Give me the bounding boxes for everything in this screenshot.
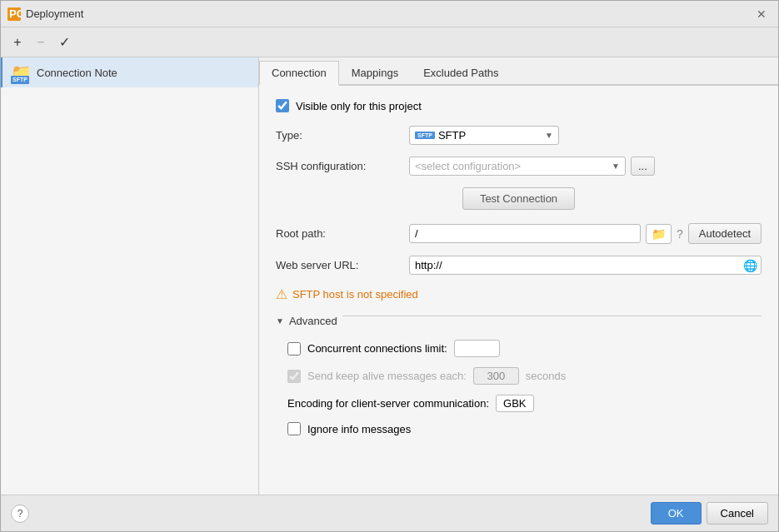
main-toolbar: + − ✓ [1, 27, 778, 57]
concurrent-conn-checkbox[interactable] [287, 342, 301, 355]
bottom-buttons: OK Cancel [651, 502, 768, 525]
web-server-url-input[interactable] [409, 256, 762, 275]
tabs: Connection Mappings Excluded Paths [259, 57, 778, 86]
visible-only-checkbox[interactable] [276, 99, 289, 112]
left-panel: 📁 SFTP Connection Note [1, 57, 259, 495]
server-name: Connection Note [37, 67, 117, 79]
sftp-type-icon: SFTP [415, 132, 435, 139]
bottom-bar: ? OK Cancel [1, 495, 778, 531]
keep-alive-checkbox[interactable] [287, 370, 301, 383]
warning-text: SFTP host is not specified [292, 288, 418, 301]
tab-content-connection: Visible only for this project Type: SFTP… [259, 86, 778, 495]
server-list: 📁 SFTP Connection Note [1, 57, 258, 495]
concurrent-conn-label: Concurrent connections limit: [307, 342, 447, 355]
tab-mappings[interactable]: Mappings [339, 61, 411, 86]
server-icon-wrapper: 📁 SFTP [11, 62, 32, 82]
title-bar-left: PC Deployment [7, 7, 83, 21]
warning-icon: ⚠ [276, 286, 287, 302]
ignore-info-checkbox[interactable] [287, 422, 301, 435]
root-path-folder-button[interactable]: 📁 [646, 224, 672, 244]
web-server-url-label: Web server URL: [276, 259, 409, 271]
type-label: Type: [276, 129, 409, 142]
ssh-config-control: <select configuration> ▼ ... [409, 157, 762, 176]
visible-only-label: Visible only for this project [296, 100, 422, 112]
keep-alive-input[interactable] [473, 367, 519, 385]
ssh-dropdown-arrow: ▼ [612, 162, 620, 171]
type-dropdown-arrow: ▼ [545, 131, 553, 140]
advanced-divider [342, 316, 762, 316]
ssh-config-label: SSH configuration: [276, 160, 409, 172]
root-path-input[interactable] [409, 224, 641, 243]
server-item[interactable]: 📁 SFTP Connection Note [1, 57, 258, 87]
root-path-row: Root path: 📁 ? Autodetect [276, 223, 762, 244]
close-button[interactable]: ✕ [752, 6, 772, 22]
advanced-section: Concurrent connections limit: Send keep … [276, 340, 762, 435]
ssh-config-row: SSH configuration: <select configuration… [276, 157, 762, 176]
test-connection-row: Test Connection [276, 187, 762, 210]
title-bar: PC Deployment ✕ [1, 1, 778, 27]
encoding-button[interactable]: GBK [496, 395, 533, 412]
ok-button[interactable]: OK [651, 502, 702, 525]
collapse-arrow-icon: ▼ [276, 316, 284, 326]
web-server-url-wrapper: 🌐 [409, 256, 762, 275]
keep-alive-row: Send keep alive messages each: seconds [287, 367, 762, 385]
root-path-control: 📁 ? Autodetect [409, 223, 762, 244]
ssh-config-placeholder: <select configuration> [415, 160, 521, 172]
apply-button[interactable]: ✓ [54, 32, 74, 52]
autodetect-button[interactable]: Autodetect [688, 223, 762, 244]
keep-alive-unit: seconds [526, 370, 566, 382]
app-icon: PC [7, 7, 21, 21]
main-content: 📁 SFTP Connection Note Connection Mappin… [1, 57, 778, 495]
type-dropdown[interactable]: SFTP SFTP ▼ [409, 126, 559, 145]
tab-connection[interactable]: Connection [259, 61, 339, 86]
warning-row: ⚠ SFTP host is not specified [276, 286, 762, 302]
tab-excluded-paths[interactable]: Excluded Paths [411, 61, 511, 86]
ignore-info-label: Ignore info messages [307, 423, 411, 435]
type-control: SFTP SFTP ▼ [409, 126, 762, 145]
encoding-label: Encoding for client-server communication… [287, 397, 489, 410]
ignore-info-row: Ignore info messages [287, 422, 762, 435]
deployment-dialog: PC Deployment ✕ + − ✓ 📁 SFTP [0, 0, 779, 532]
help-button[interactable]: ? [11, 505, 29, 523]
type-row: Type: SFTP SFTP ▼ [276, 126, 762, 145]
root-path-help-icon[interactable]: ? [677, 227, 683, 241]
remove-button[interactable]: − [31, 32, 51, 52]
concurrent-conn-input[interactable] [454, 340, 500, 357]
dialog-title: Deployment [26, 7, 83, 20]
root-path-label: Root path: [276, 227, 409, 240]
cancel-button[interactable]: Cancel [707, 502, 768, 525]
web-server-url-control: 🌐 [409, 256, 762, 275]
advanced-label: Advanced [289, 315, 337, 327]
ssh-config-dropdown[interactable]: <select configuration> ▼ [409, 157, 626, 176]
encoding-row: Encoding for client-server communication… [287, 395, 762, 412]
advanced-section-toggle[interactable]: ▼ Advanced [276, 314, 762, 328]
web-server-url-row: Web server URL: 🌐 [276, 256, 762, 275]
right-panel: Connection Mappings Excluded Paths Visib… [259, 57, 778, 495]
sftp-badge: SFTP [11, 76, 29, 84]
test-connection-button[interactable]: Test Connection [462, 187, 575, 210]
ssh-config-more-button[interactable]: ... [631, 157, 655, 176]
svg-text:PC: PC [9, 7, 21, 20]
visible-only-row: Visible only for this project [276, 99, 762, 112]
add-button[interactable]: + [7, 32, 27, 52]
globe-icon: 🌐 [743, 259, 757, 272]
concurrent-conn-row: Concurrent connections limit: [287, 340, 762, 357]
keep-alive-label: Send keep alive messages each: [307, 370, 467, 382]
type-value: SFTP [438, 129, 466, 142]
